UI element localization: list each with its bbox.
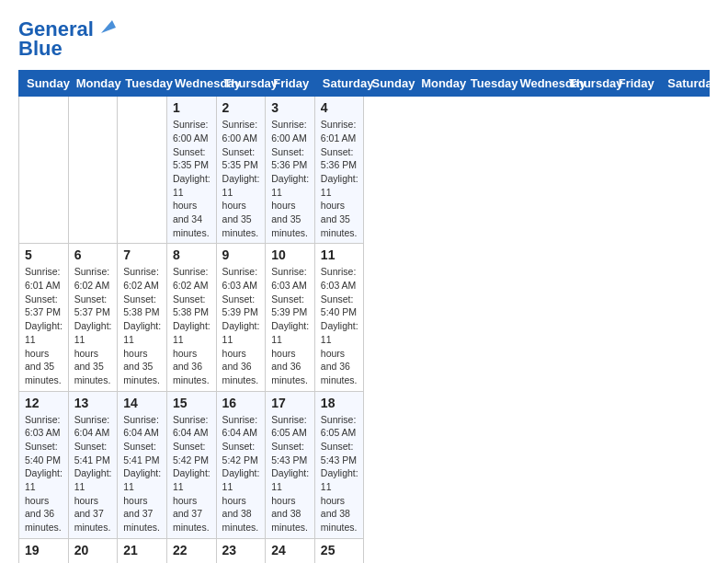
day-number: 18 [321, 396, 358, 410]
calendar-cell [118, 97, 167, 244]
calendar-week-2: 5Sunrise: 6:01 AM Sunset: 5:37 PM Daylig… [19, 244, 710, 391]
calendar-cell: 18Sunrise: 6:05 AM Sunset: 5:43 PM Dayli… [314, 391, 364, 538]
day-info: Sunrise: 6:03 AM Sunset: 5:40 PM Dayligh… [25, 413, 63, 534]
day-number: 17 [271, 396, 309, 410]
calendar-cell: 19Sunrise: 6:05 AM Sunset: 5:44 PM Dayli… [19, 538, 69, 563]
header-saturday: Saturday [660, 71, 710, 97]
calendar-cell: 9Sunrise: 6:03 AM Sunset: 5:39 PM Daylig… [216, 244, 266, 391]
day-number: 25 [321, 543, 358, 557]
calendar-table: SundayMondayTuesdayWednesdayThursdayFrid… [18, 70, 710, 563]
calendar-cell: 10Sunrise: 6:03 AM Sunset: 5:39 PM Dayli… [266, 244, 315, 391]
header-sunday: Sunday [364, 71, 414, 97]
day-number: 22 [173, 543, 210, 557]
calendar-cell [19, 97, 69, 244]
logo-blue: Blue [18, 37, 63, 61]
day-number: 15 [173, 396, 210, 410]
calendar-cell: 7Sunrise: 6:02 AM Sunset: 5:38 PM Daylig… [118, 244, 167, 391]
calendar-cell: 6Sunrise: 6:02 AM Sunset: 5:37 PM Daylig… [68, 244, 118, 391]
day-info: Sunrise: 6:01 AM Sunset: 5:37 PM Dayligh… [25, 265, 63, 386]
day-number: 12 [25, 396, 63, 410]
calendar-cell: 13Sunrise: 6:04 AM Sunset: 5:41 PM Dayli… [68, 391, 118, 538]
header-wednesday: Wednesday [512, 71, 562, 97]
day-info: Sunrise: 6:04 AM Sunset: 5:42 PM Dayligh… [222, 413, 260, 534]
header-monday: Monday [414, 71, 463, 97]
day-number: 2 [222, 100, 260, 115]
day-number: 19 [25, 543, 63, 557]
calendar-week-3: 12Sunrise: 6:03 AM Sunset: 5:40 PM Dayli… [19, 391, 710, 538]
calendar-cell: 23Sunrise: 6:05 AM Sunset: 5:46 PM Dayli… [216, 538, 266, 563]
day-number: 20 [74, 543, 112, 557]
day-info: Sunrise: 6:04 AM Sunset: 5:42 PM Dayligh… [173, 413, 210, 534]
calendar-cell: 24Sunrise: 6:05 AM Sunset: 5:46 PM Dayli… [266, 538, 315, 563]
calendar-cell [68, 97, 118, 244]
calendar-cell: 11Sunrise: 6:03 AM Sunset: 5:40 PM Dayli… [314, 244, 364, 391]
header-saturday: Saturday [314, 71, 364, 97]
calendar-cell: 25Sunrise: 6:06 AM Sunset: 5:46 PM Dayli… [314, 538, 364, 563]
header-tuesday: Tuesday [118, 71, 167, 97]
calendar-week-1: 1Sunrise: 6:00 AM Sunset: 5:35 PM Daylig… [19, 97, 710, 244]
day-number: 23 [222, 543, 260, 557]
calendar-cell: 1Sunrise: 6:00 AM Sunset: 5:35 PM Daylig… [166, 97, 216, 244]
day-number: 9 [222, 247, 260, 262]
day-number: 1 [173, 100, 210, 115]
day-number: 11 [321, 247, 358, 262]
calendar-cell: 17Sunrise: 6:05 AM Sunset: 5:43 PM Dayli… [266, 391, 315, 538]
day-number: 13 [74, 396, 112, 410]
header-wednesday: Wednesday [166, 71, 216, 97]
calendar-cell: 22Sunrise: 6:05 AM Sunset: 5:45 PM Dayli… [166, 538, 216, 563]
day-number: 4 [321, 100, 358, 115]
day-info: Sunrise: 6:00 AM Sunset: 5:35 PM Dayligh… [222, 118, 260, 239]
day-number: 16 [222, 396, 260, 410]
day-info: Sunrise: 6:02 AM Sunset: 5:38 PM Dayligh… [123, 265, 161, 386]
calendar-week-4: 19Sunrise: 6:05 AM Sunset: 5:44 PM Dayli… [19, 538, 710, 563]
page-header: General Blue [18, 18, 710, 61]
day-info: Sunrise: 6:02 AM Sunset: 5:37 PM Dayligh… [74, 265, 112, 386]
day-number: 6 [74, 247, 112, 262]
calendar-cell: 2Sunrise: 6:00 AM Sunset: 5:35 PM Daylig… [216, 97, 266, 244]
calendar-cell: 8Sunrise: 6:02 AM Sunset: 5:38 PM Daylig… [166, 244, 216, 391]
day-number: 10 [271, 247, 309, 262]
header-tuesday: Tuesday [462, 71, 512, 97]
header-sunday: Sunday [19, 71, 69, 97]
logo: General Blue [18, 18, 116, 61]
calendar-cell: 3Sunrise: 6:00 AM Sunset: 5:36 PM Daylig… [266, 97, 315, 244]
day-number: 8 [173, 247, 210, 262]
day-info: Sunrise: 6:03 AM Sunset: 5:40 PM Dayligh… [321, 265, 358, 386]
calendar-cell: 12Sunrise: 6:03 AM Sunset: 5:40 PM Dayli… [19, 391, 69, 538]
calendar-cell: 5Sunrise: 6:01 AM Sunset: 5:37 PM Daylig… [19, 244, 69, 391]
day-info: Sunrise: 6:03 AM Sunset: 5:39 PM Dayligh… [271, 265, 309, 386]
calendar-cell: 4Sunrise: 6:01 AM Sunset: 5:36 PM Daylig… [314, 97, 364, 244]
header-friday: Friday [610, 71, 660, 97]
header-monday: Monday [68, 71, 118, 97]
calendar-cell: 16Sunrise: 6:04 AM Sunset: 5:42 PM Dayli… [216, 391, 266, 538]
day-info: Sunrise: 6:00 AM Sunset: 5:35 PM Dayligh… [173, 118, 210, 239]
day-number: 24 [271, 543, 309, 557]
day-number: 5 [25, 247, 63, 262]
day-number: 7 [123, 247, 161, 262]
header-thursday: Thursday [562, 71, 611, 97]
logo-icon [97, 17, 116, 35]
header-friday: Friday [266, 71, 315, 97]
day-number: 21 [123, 543, 161, 557]
day-number: 3 [271, 100, 309, 115]
calendar-cell: 15Sunrise: 6:04 AM Sunset: 5:42 PM Dayli… [166, 391, 216, 538]
day-info: Sunrise: 6:04 AM Sunset: 5:41 PM Dayligh… [123, 413, 161, 534]
day-info: Sunrise: 6:03 AM Sunset: 5:39 PM Dayligh… [222, 265, 260, 386]
day-info: Sunrise: 6:04 AM Sunset: 5:41 PM Dayligh… [74, 413, 112, 534]
svg-marker-0 [101, 20, 116, 33]
day-info: Sunrise: 6:02 AM Sunset: 5:38 PM Dayligh… [173, 265, 210, 386]
calendar-cell: 21Sunrise: 6:05 AM Sunset: 5:45 PM Dayli… [118, 538, 167, 563]
calendar-cell: 20Sunrise: 6:05 AM Sunset: 5:44 PM Dayli… [68, 538, 118, 563]
header-thursday: Thursday [216, 71, 266, 97]
day-info: Sunrise: 6:00 AM Sunset: 5:36 PM Dayligh… [271, 118, 309, 239]
day-info: Sunrise: 6:05 AM Sunset: 5:43 PM Dayligh… [271, 413, 309, 534]
calendar-cell: 14Sunrise: 6:04 AM Sunset: 5:41 PM Dayli… [118, 391, 167, 538]
calendar-header-row: SundayMondayTuesdayWednesdayThursdayFrid… [19, 71, 710, 97]
day-number: 14 [123, 396, 161, 410]
day-info: Sunrise: 6:01 AM Sunset: 5:36 PM Dayligh… [321, 118, 358, 239]
day-info: Sunrise: 6:05 AM Sunset: 5:43 PM Dayligh… [321, 413, 358, 534]
